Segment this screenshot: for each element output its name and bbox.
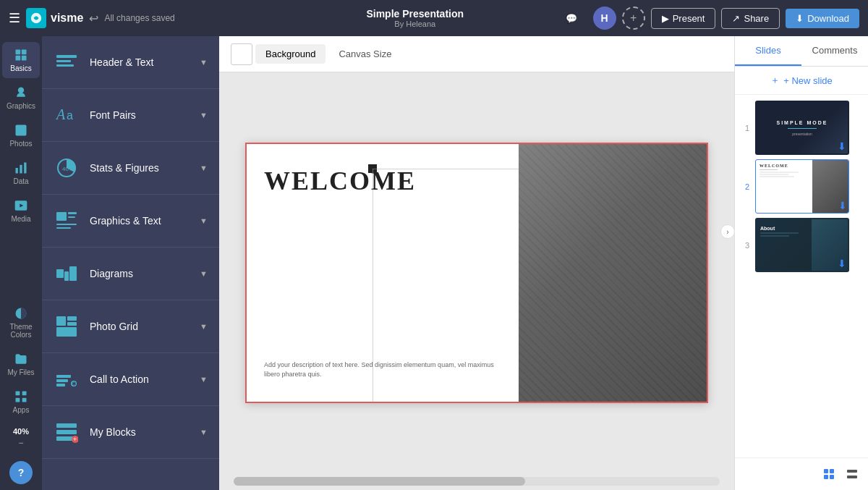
- sidebar-item-graphics[interactable]: Graphics: [2, 80, 40, 116]
- slide-thumb-2[interactable]: WELCOME ⬇: [755, 159, 849, 214]
- zoom-minus-icon[interactable]: −: [18, 438, 23, 448]
- svg-rect-14: [16, 392, 20, 396]
- right-bottom: [735, 457, 868, 490]
- svg-rect-50: [830, 475, 834, 479]
- svg-rect-34: [67, 316, 77, 321]
- sidebar-item-header-text[interactable]: Header & Text ▼: [42, 36, 219, 89]
- background-tab[interactable]: Background: [255, 44, 326, 64]
- menu-icon[interactable]: ☰: [9, 10, 20, 26]
- slide-thumb-1[interactable]: SIMPLE MODE presentation ⬇: [755, 101, 849, 155]
- svg-rect-29: [56, 227, 71, 229]
- sidebar-item-stats-figures[interactable]: 40% Stats & Figures ▼: [42, 142, 219, 195]
- new-slide-label: + New slide: [783, 75, 833, 86]
- svg-rect-43: [56, 430, 77, 434]
- photo-grid-icon: [54, 313, 80, 339]
- panel-collapse-button[interactable]: ›: [720, 224, 735, 239]
- sidebar-item-theme-colors[interactable]: Theme Colors: [2, 300, 40, 345]
- header-text-icon: [54, 49, 80, 75]
- zoom-value: 40%: [13, 427, 29, 436]
- svg-rect-51: [847, 470, 857, 473]
- slide-num-2: 2: [741, 182, 749, 191]
- my-blocks-label: My Blocks: [90, 426, 190, 438]
- share-icon: ↗: [732, 13, 740, 24]
- slide-welcome-text: WELCOME: [264, 166, 501, 196]
- sidebar-item-media[interactable]: Media: [2, 193, 40, 229]
- comment-button[interactable]: 💬: [556, 9, 587, 28]
- svg-rect-4: [22, 56, 27, 61]
- sidebar-item-my-blocks[interactable]: + My Blocks ▼: [42, 406, 219, 459]
- slide1-export-icon[interactable]: ⬇: [838, 140, 846, 152]
- stats-figures-icon: 40%: [54, 155, 80, 181]
- call-to-action-icon: ✱: [54, 366, 80, 392]
- header-text-chevron: ▼: [200, 58, 208, 67]
- sidebar-item-photos[interactable]: Photos: [2, 117, 40, 153]
- presentation-subtitle: By Heleana: [394, 20, 435, 28]
- slide-right-panel: [519, 144, 707, 402]
- svg-rect-36: [56, 327, 77, 337]
- canvas-size-tab[interactable]: Canvas Size: [328, 44, 401, 64]
- slide3-export-icon[interactable]: ⬇: [838, 258, 846, 269]
- add-person-button[interactable]: +: [622, 7, 645, 30]
- logo-icon: [26, 8, 46, 28]
- photo-grid-label: Photo Grid: [90, 321, 190, 332]
- logo-text: visme: [51, 12, 83, 25]
- graphics-text-icon: [54, 208, 80, 234]
- topbar-left: ☰ visme ↩ All changes saved: [9, 8, 275, 28]
- svg-rect-31: [69, 266, 77, 281]
- new-slide-button[interactable]: ＋ + New slide: [735, 67, 868, 95]
- svg-point-5: [18, 88, 24, 93]
- canvas-wrapper[interactable]: WELCOME Add your description of text her…: [219, 72, 734, 473]
- sidebar-item-graphics-text[interactable]: Graphics & Text ▼: [42, 195, 219, 248]
- slide-thumbnails: 1 SIMPLE MODE presentation ⬇ 2 WELCO: [735, 95, 868, 457]
- download-button[interactable]: ⬇ Download: [786, 9, 859, 28]
- svg-rect-49: [824, 475, 828, 479]
- svg-rect-3: [16, 56, 21, 61]
- svg-text:✱: ✱: [72, 381, 77, 387]
- canvas-toolbar: Background Canvas Size: [219, 36, 734, 72]
- avatar: H: [593, 7, 616, 30]
- svg-rect-16: [16, 398, 20, 402]
- play-icon: ▶: [662, 13, 669, 24]
- slide-row-3[interactable]: 3 About ⬇: [741, 218, 862, 272]
- slide-canvas[interactable]: WELCOME Add your description of text her…: [245, 143, 708, 403]
- slide1-title: SIMPLE MODE: [776, 120, 827, 125]
- topbar-center: Simple Presentation By Heleana: [282, 8, 548, 28]
- slide2-export-icon[interactable]: ⬇: [838, 200, 847, 211]
- sidebar-item-font-pairs[interactable]: A a Font Pairs ▼: [42, 89, 219, 142]
- undo-icon[interactable]: ↩: [89, 12, 98, 25]
- svg-rect-52: [847, 476, 857, 478]
- slide-row-1[interactable]: 1 SIMPLE MODE presentation ⬇: [741, 101, 862, 155]
- sidebar-item-basics[interactable]: Basics: [2, 42, 40, 78]
- tab-comments[interactable]: Comments: [801, 36, 868, 66]
- call-to-action-chevron: ▼: [200, 375, 208, 384]
- slide-description: Add your description of text here. Sed d…: [264, 360, 501, 380]
- slide-thumb-3[interactable]: About ⬇: [755, 218, 849, 272]
- data-label: Data: [13, 177, 28, 185]
- sidebar-item-diagrams[interactable]: Diagrams ▼: [42, 248, 219, 300]
- list-view-button[interactable]: [842, 464, 862, 484]
- right-panel: Slides Comments ＋ + New slide 1 SIMPLE M…: [734, 36, 868, 490]
- sidebar-item-photo-grid[interactable]: Photo Grid ▼: [42, 300, 219, 353]
- svg-rect-25: [56, 212, 67, 221]
- graphics-text-chevron: ▼: [200, 216, 208, 225]
- zoom-control[interactable]: 40% −: [2, 421, 40, 454]
- help-button[interactable]: ?: [9, 461, 33, 484]
- share-button[interactable]: ↗ Share: [721, 8, 780, 29]
- sidebar-item-my-files[interactable]: My Files: [2, 346, 40, 382]
- theme-colors-label: Theme Colors: [5, 323, 37, 339]
- selection-line-v: [373, 169, 373, 403]
- slide-row-2[interactable]: 2 WELCOME ⬇: [741, 159, 862, 214]
- canvas-scrollbar[interactable]: [234, 477, 720, 486]
- svg-point-7: [17, 127, 20, 129]
- svg-rect-35: [67, 322, 77, 326]
- sidebar-item-apps[interactable]: Apps: [2, 384, 40, 420]
- grid-view-button[interactable]: [819, 464, 839, 484]
- sidebar-item-call-to-action[interactable]: ✱ Call to Action ▼: [42, 353, 219, 406]
- apps-label: Apps: [13, 406, 30, 414]
- sidebar-item-data[interactable]: Data: [2, 155, 40, 191]
- stats-figures-chevron: ▼: [200, 164, 208, 172]
- tab-slides[interactable]: Slides: [735, 36, 801, 66]
- color-picker[interactable]: [231, 43, 252, 65]
- svg-rect-38: [56, 379, 68, 382]
- present-button[interactable]: ▶ Present: [651, 8, 716, 29]
